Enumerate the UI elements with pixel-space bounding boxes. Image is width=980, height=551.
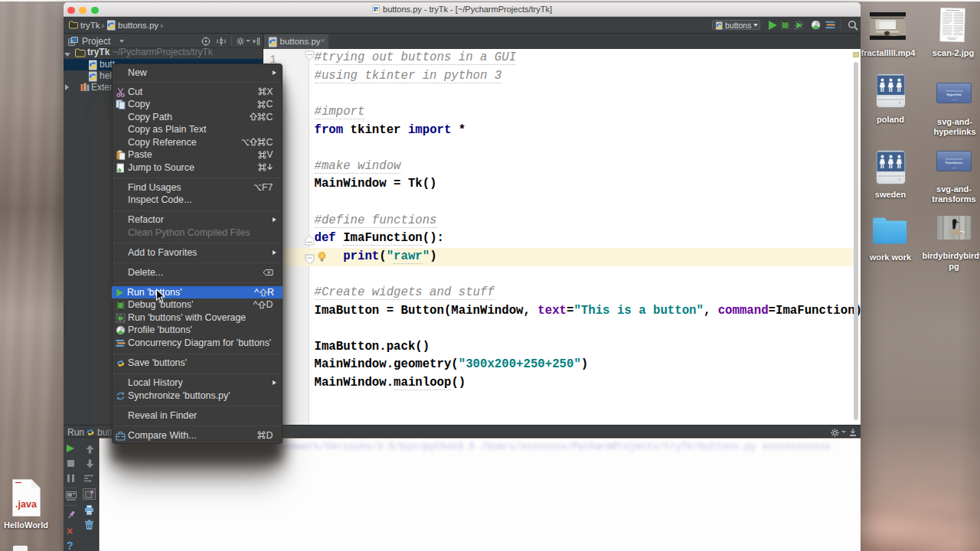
svg-text:.java: .java	[15, 499, 38, 510]
svg-text:Transforms: Transforms	[946, 161, 963, 165]
svg-text:Hyperlink: Hyperlink	[946, 93, 962, 96]
